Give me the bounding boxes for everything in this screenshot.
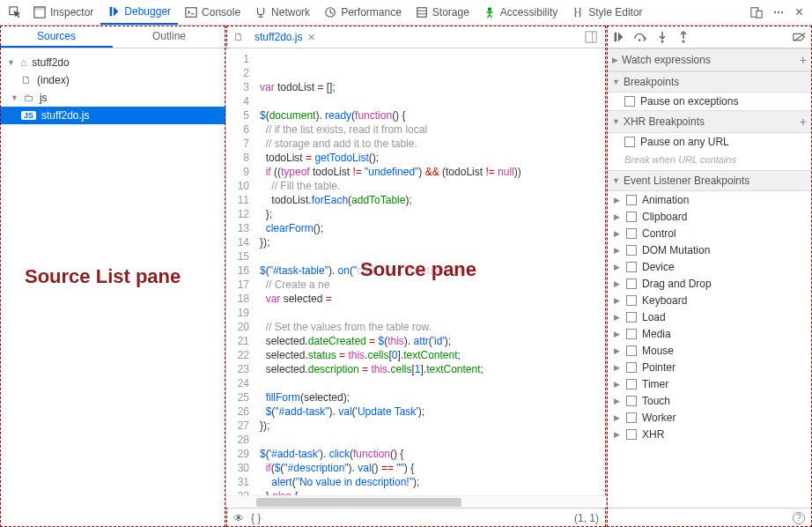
event-category-control[interactable]: ▶Control [607,225,812,241]
watch-icon[interactable]: 👁 [233,512,244,524]
resume-icon[interactable] [612,31,624,43]
code-line[interactable]: if ((typeof todoList != "undefined") && … [260,165,606,179]
checkbox-icon[interactable] [626,295,637,306]
event-category-worker[interactable]: ▶Worker [607,409,812,426]
more-icon[interactable]: ⋯ [768,6,790,19]
checkbox-icon[interactable] [626,412,637,423]
event-category-load[interactable]: ▶Load [607,308,812,325]
checkbox-icon[interactable] [626,345,637,356]
checkbox-icon[interactable] [626,329,637,339]
code-line[interactable]: $("#add-task"). val('Update Task'); [260,405,606,419]
tree-file-stuff2do[interactable]: JS stuff2do.js [0,107,225,124]
checkbox-icon[interactable] [626,228,637,239]
code-line[interactable]: selected.description = this.cells[1].tex… [260,362,606,376]
code-line[interactable]: }); [260,419,606,433]
tab-storage[interactable]: Storage [409,0,476,25]
disable-breakpoints-icon[interactable] [793,31,807,43]
toggle-outline-icon[interactable] [579,31,602,43]
section-event-listeners[interactable]: ▼ Event Listener Breakpoints [607,170,812,191]
checkbox-icon[interactable] [626,278,637,289]
tree-folder-js[interactable]: ▼ 🗀 js [0,89,225,107]
tab-style-editor[interactable]: Style Editor [565,0,649,25]
section-xhr-breakpoints[interactable]: ▼ XHR Breakpoints + [607,110,812,133]
code-line[interactable] [260,94,606,108]
tab-outline[interactable]: Outline [113,26,225,48]
code-line[interactable]: alert("No value in description!"); [260,475,606,489]
tab-debugger[interactable]: Debugger [100,0,178,25]
code-line[interactable]: }); [260,235,606,249]
tab-console[interactable]: Console [178,0,247,25]
tab-accessibility[interactable]: Accessibility [476,0,565,25]
event-category-pointer[interactable]: ▶Pointer [607,359,812,375]
code-line[interactable]: clearForm(); [260,221,606,235]
checkbox-icon[interactable] [626,312,637,323]
event-category-clipboard[interactable]: ▶Clipboard [607,208,812,225]
tab-sources[interactable]: Sources [0,26,113,48]
event-category-device[interactable]: ▶Device [607,258,812,275]
event-category-xhr[interactable]: ▶XHR [607,426,812,442]
event-category-touch[interactable]: ▶Touch [607,392,812,409]
pause-on-exceptions[interactable]: Pause on exceptions [607,93,812,110]
checkbox-icon[interactable] [626,362,637,373]
tab-network[interactable]: Network [247,0,317,25]
code-line[interactable]: // storage and add it to the table. [260,137,606,151]
code-line[interactable]: fillForm(selected); [260,390,606,405]
code-line[interactable]: selected.dateCreated = $(this). attr('id… [260,334,606,348]
event-category-drag-and-drop[interactable]: ▶Drag and Drop [607,275,812,292]
tab-inspector[interactable]: Inspector [26,0,100,25]
checkbox-icon[interactable] [626,212,637,222]
checkbox-icon[interactable] [626,195,637,205]
event-category-keyboard[interactable]: ▶Keyboard [607,292,812,308]
event-category-timer[interactable]: ▶Timer [607,375,812,392]
code-line[interactable] [260,306,606,320]
editor-tab-stuff2do[interactable]: stuff2do.js × [247,26,322,48]
code-line[interactable]: $(document). ready(function() { [260,108,606,122]
event-category-animation[interactable]: ▶Animation [607,191,812,208]
code-line[interactable] [260,376,606,390]
code-line[interactable]: // if the list exists, read it from loca… [260,122,606,137]
tree-root[interactable]: ▼ ⌂ stuff2do [0,54,225,71]
add-watch-icon[interactable]: + [800,53,807,67]
horizontal-scrollbar[interactable] [255,495,606,508]
code-line[interactable]: $("#task-table"). on("click", "tr", func… [260,264,606,278]
code-line[interactable]: var selected = [260,292,606,306]
code-line[interactable]: if($("#description"). val() == "") { [260,461,606,475]
checkbox-icon[interactable] [626,245,637,256]
code-line[interactable]: // Create a ne [260,278,606,292]
code-line[interactable]: $('#add-task'). click(function() { [260,447,606,461]
code-line[interactable]: todoList.forEach(addToTable); [260,193,606,207]
responsive-mode-icon[interactable] [745,6,768,19]
code-line[interactable]: // Fill the table. [260,179,606,193]
checkbox-icon[interactable] [626,379,637,390]
add-xhr-icon[interactable]: + [800,115,807,129]
step-over-icon[interactable] [633,31,647,43]
code-line[interactable]: }; [260,207,606,221]
event-category-dom-mutation[interactable]: ▶DOM Mutation [607,241,812,258]
code-line[interactable]: todoList = getTodoList(); [260,151,606,165]
help-icon[interactable]: ? [793,512,805,524]
tab-performance[interactable]: Performance [317,0,409,25]
code-line[interactable]: selected.status = this.cells[0].textCont… [260,348,606,362]
code-editor[interactable]: 1234567891011121314151617181920212223242… [226,48,606,508]
code-line[interactable] [260,249,606,264]
event-category-media[interactable]: ▶Media [607,325,812,342]
checkbox-icon[interactable] [624,96,635,107]
pick-element-icon[interactable] [4,6,26,19]
event-category-mouse[interactable]: ▶Mouse [607,342,812,359]
checkbox-icon[interactable] [626,429,637,440]
pause-on-any-url[interactable]: Pause on any URL [607,133,812,151]
code-line[interactable]: // Set the values from the table row. [260,320,606,334]
tree-index[interactable]: 🗋 (index) [0,71,225,89]
section-watch[interactable]: ▶ Watch expressions + [607,48,812,71]
close-tab-icon[interactable]: × [307,30,314,44]
code-line[interactable] [260,433,606,447]
close-icon[interactable]: × [790,4,808,20]
step-in-icon[interactable] [656,31,668,43]
status-braces[interactable]: { } [251,512,261,524]
section-breakpoints[interactable]: ▼ Breakpoints [607,71,812,93]
checkbox-icon[interactable] [624,137,635,147]
checkbox-icon[interactable] [626,396,637,406]
code-line[interactable]: var todoList = []; [260,80,606,94]
step-out-icon[interactable] [677,31,690,43]
checkbox-icon[interactable] [626,262,637,272]
